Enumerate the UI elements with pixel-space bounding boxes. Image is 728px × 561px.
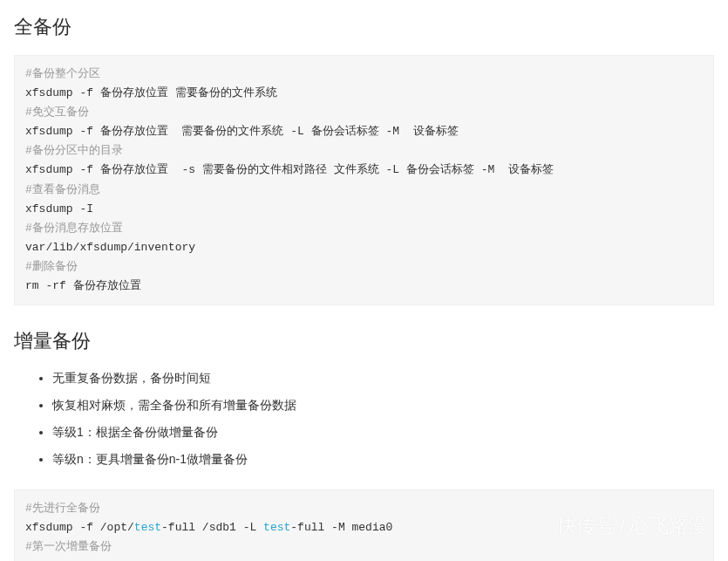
list-item: 等级1：根据全备份做增量备份: [52, 423, 714, 441]
comment: #备份分区中的目录: [25, 144, 123, 157]
comment: #备份消息存放位置: [25, 222, 123, 235]
section-incremental-backup-title: 增量备份: [14, 326, 714, 355]
code-incremental-backup: #先进行全备份 xfsdump -f /opt/test-full /sdb1 …: [14, 489, 714, 561]
comment: #备份整个分区: [25, 67, 100, 80]
list-item: 等级n：更具增量备份n-1做增量备份: [52, 450, 714, 469]
comment: #查看备份消息: [25, 183, 100, 196]
comment: #免交互备份: [25, 106, 89, 119]
code-full-backup: #备份整个分区 xfsdump -f 备份存放位置 需要备份的文件系统 #免交互…: [14, 55, 714, 305]
code-line: xfsdump -I: [25, 202, 93, 216]
code-line: rm -rf 备份存放位置: [25, 279, 141, 292]
comment: #先进行全备份: [25, 502, 100, 515]
code-line: var/lib/xfsdump/inventory: [25, 241, 195, 254]
code-line: xfsdump -f 备份存放位置 -s 需要备份的文件相对路径 文件系统 -L…: [25, 163, 554, 176]
list-item: 无重复备份数据，备份时间短: [52, 369, 714, 387]
incremental-backup-list: 无重复备份数据，备份时间短 恢复相对麻烦，需全备份和所有增量备份数据 等级1：根…: [14, 369, 714, 469]
comment: #第一次增量备份: [25, 540, 112, 553]
section-full-backup-title: 全备份: [14, 12, 714, 41]
code-line: xfsdump -f 备份存放位置 需要备份的文件系统 -L 备份会话标签 -M…: [25, 125, 459, 138]
code-line: xfsdump -f /opt/test-full /sdb1 -L test-…: [25, 521, 392, 534]
code-line: xfsdump -f 备份存放位置 需要备份的文件系统: [25, 86, 277, 99]
comment: #删除备份: [25, 260, 78, 273]
list-item: 恢复相对麻烦，需全备份和所有增量备份数据: [52, 396, 714, 414]
